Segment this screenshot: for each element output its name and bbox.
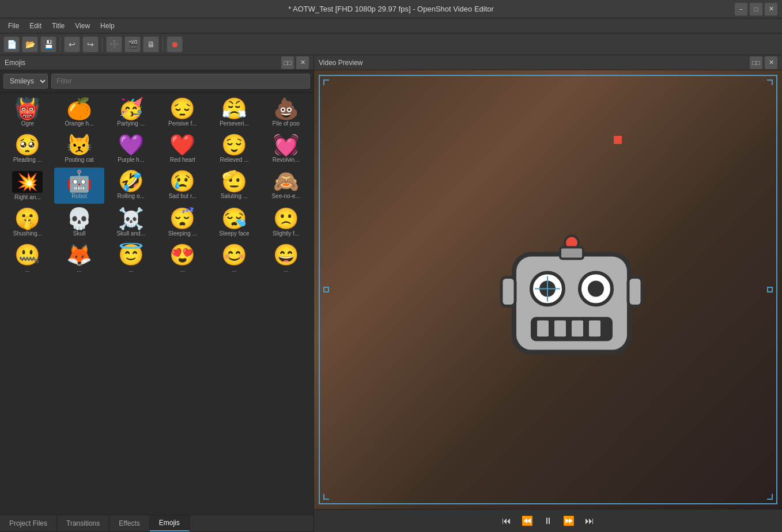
window-controls: − □ ✕ xyxy=(735,0,777,18)
emoji-sleepy[interactable]: 😪 Sleepy face xyxy=(209,205,260,240)
emoji-shushing[interactable]: 🤫 Shushing... xyxy=(2,205,53,240)
preview-dock[interactable]: □□ xyxy=(750,56,762,69)
emoji-angel[interactable]: 😇 ... xyxy=(105,241,156,276)
emoji-robot[interactable]: 🤖 Robot xyxy=(54,168,105,204)
robot-preview xyxy=(497,214,647,366)
emoji-saluting[interactable]: 🫡 Saluting ... xyxy=(209,168,260,204)
emoji-partying[interactable]: 🥳 Partying ... xyxy=(105,95,156,130)
tab-emojis[interactable]: Emojis xyxy=(150,515,190,531)
redo-button[interactable]: ↪ xyxy=(82,36,99,52)
emoji-pouting-cat[interactable]: 😾 Pouting cat xyxy=(54,131,105,166)
skull-crossbones-icon: ☠️ xyxy=(118,208,144,229)
minimize-button[interactable]: − xyxy=(735,3,747,16)
emoji-sleeping[interactable]: 😴 Sleeping ... xyxy=(157,205,208,240)
purple-heart-icon: 💜 xyxy=(118,135,144,155)
emoji-slightly-frowning[interactable]: 🙁 Slightly f... xyxy=(260,205,311,240)
sleepy-icon: 😪 xyxy=(221,208,247,229)
emoji-fox[interactable]: 🦊 ... xyxy=(54,241,105,276)
see-no-evil-label: See-no-e... xyxy=(271,193,300,199)
tab-effects[interactable]: Effects xyxy=(109,515,149,531)
maximize-button[interactable]: □ xyxy=(750,3,762,16)
robot-icon: 🤖 xyxy=(66,171,92,192)
ogre-label: Ogre xyxy=(21,120,34,127)
sleepy-label: Sleepy face xyxy=(219,230,249,237)
emoji-skull[interactable]: 💀 Skull xyxy=(54,205,105,240)
menu-file[interactable]: File xyxy=(3,21,24,31)
emoji-skull-crossbones[interactable]: ☠️ Skull and... xyxy=(105,205,156,240)
pleading-label: Pleading ... xyxy=(13,157,42,163)
menu-help[interactable]: Help xyxy=(96,21,119,31)
preview-controls: □□ ✕ xyxy=(750,56,777,69)
emoji-sad[interactable]: 😢 Sad but r... xyxy=(157,168,208,204)
emoji-red-heart[interactable]: ❤️ Red heart xyxy=(157,131,208,166)
fast-forward-button[interactable]: ⏩ xyxy=(561,513,577,529)
emoji-pleading[interactable]: 🥺 Pleading ... xyxy=(2,131,53,166)
filter-input[interactable] xyxy=(51,74,310,89)
svg-rect-15 xyxy=(628,278,642,306)
category-select[interactable]: Smileys xyxy=(3,74,48,89)
pause-button[interactable]: ⏸ xyxy=(540,513,556,529)
emoji-revolving[interactable]: 💓 Revolvin... xyxy=(260,131,311,166)
undo-button[interactable]: ↩ xyxy=(64,36,80,52)
emoji-ogre[interactable]: 👹 Ogre xyxy=(2,95,53,130)
open-project-button[interactable]: 📂 xyxy=(22,36,38,52)
heart-eyes-label: ... xyxy=(180,267,185,273)
fullscreen-button[interactable]: 🖥 xyxy=(143,36,159,52)
add-clip-button[interactable]: ➕ xyxy=(106,36,122,52)
tab-project-files[interactable]: Project Files xyxy=(0,515,57,531)
emoji-smiling[interactable]: 😊 ... xyxy=(209,241,260,276)
emoji-panel-close[interactable]: ✕ xyxy=(296,56,309,69)
robot-label: Robot xyxy=(71,193,87,199)
relieved-label: Relieved ... xyxy=(220,157,248,163)
right-panel: Video Preview □□ ✕ xyxy=(314,55,782,532)
emoji-panel-controls: □□ ✕ xyxy=(281,56,309,69)
emoji-pile-of-poo[interactable]: 💩 Pile of poo xyxy=(260,95,311,130)
emoji-purple-heart[interactable]: 💜 Purple h... xyxy=(105,131,156,166)
menu-title[interactable]: Title xyxy=(47,21,69,31)
rewind-button[interactable]: ⏪ xyxy=(519,513,535,529)
tab-transitions[interactable]: Transitions xyxy=(57,515,109,531)
relieved-icon: 😌 xyxy=(221,135,247,155)
red-heart-icon: ❤️ xyxy=(169,135,195,155)
emoji-grinning[interactable]: 😄 ... xyxy=(260,241,311,276)
close-button[interactable]: ✕ xyxy=(765,3,777,16)
emoji-persevering[interactable]: 😤 Perseveri... xyxy=(209,95,260,130)
saluting-icon: 🫡 xyxy=(221,171,247,192)
menu-view[interactable]: View xyxy=(70,21,95,31)
emoji-panel-dock[interactable]: □□ xyxy=(281,56,294,69)
skip-to-start-button[interactable]: ⏮ xyxy=(498,513,515,529)
emoji-right-anger[interactable]: 💥 Right an... xyxy=(2,168,53,204)
svg-rect-14 xyxy=(501,278,515,306)
right-anger-label: Right an... xyxy=(14,194,41,200)
save-project-button[interactable]: 💾 xyxy=(40,36,56,52)
new-project-button[interactable]: 📄 xyxy=(3,36,20,52)
export-button[interactable]: 🎬 xyxy=(124,36,141,52)
emoji-pensive[interactable]: 😔 Pensive f... xyxy=(157,95,208,130)
emoji-orange[interactable]: 🍊 Orange h... xyxy=(54,95,105,130)
emoji-heart-eyes[interactable]: 😍 ... xyxy=(157,241,208,276)
slightly-frowning-icon: 🙁 xyxy=(273,208,299,229)
left-panel: Emojis □□ ✕ Smileys 👹 Ogre 🍊 xyxy=(0,55,314,532)
preview-title: Video Preview xyxy=(319,59,363,67)
video-area xyxy=(314,70,782,509)
emoji-zipper[interactable]: 🤐 ... xyxy=(2,241,53,276)
menu-bar: File Edit Title View Help xyxy=(0,18,782,33)
preview-close[interactable]: ✕ xyxy=(765,56,777,69)
grinning-icon: 😄 xyxy=(273,245,299,265)
menu-edit[interactable]: Edit xyxy=(25,21,46,31)
emoji-rolling[interactable]: 🤣 Rolling o... xyxy=(105,168,156,204)
skip-to-end-button[interactable]: ⏭ xyxy=(581,513,598,529)
ogre-icon: 👹 xyxy=(14,98,40,119)
smiling-icon: 😊 xyxy=(221,245,247,265)
emoji-see-no-evil[interactable]: 🙈 See-no-e... xyxy=(260,168,311,204)
partying-label: Partying ... xyxy=(117,120,145,127)
svg-rect-11 xyxy=(554,321,566,337)
record-button[interactable]: ⏺ xyxy=(167,36,183,52)
emoji-relieved[interactable]: 😌 Relieved ... xyxy=(209,131,260,166)
tab-bar: Project Files Transitions Effects Emojis xyxy=(0,515,313,532)
red-indicator xyxy=(614,136,622,144)
emoji-grid-container[interactable]: 👹 Ogre 🍊 Orange h... 🥳 Partying ... 😔 Pe… xyxy=(0,93,313,515)
pleading-icon: 🥺 xyxy=(14,135,40,155)
svg-rect-10 xyxy=(537,321,549,337)
red-heart-label: Red heart xyxy=(170,157,195,163)
